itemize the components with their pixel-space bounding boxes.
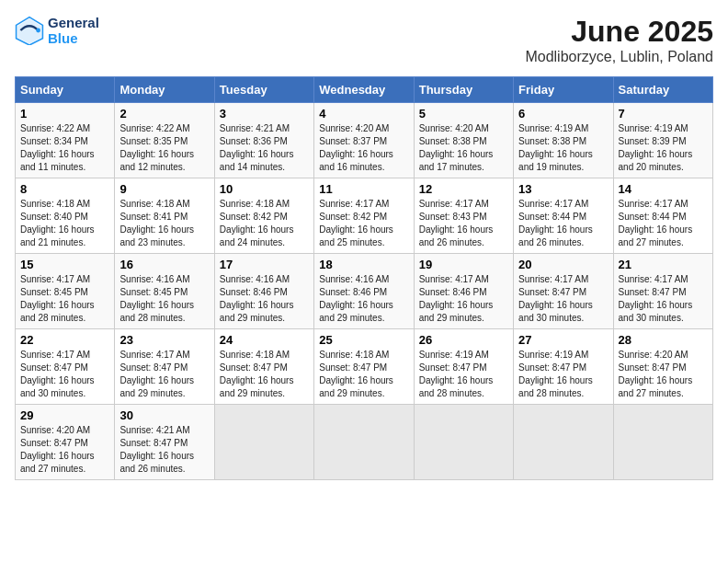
- day-info: Sunrise: 4:21 AM Sunset: 8:36 PM Dayligh…: [220, 122, 309, 174]
- calendar-cell: [613, 405, 712, 480]
- calendar-cell: 13Sunrise: 4:17 AM Sunset: 8:44 PM Dayli…: [514, 178, 613, 254]
- day-info: Sunrise: 4:22 AM Sunset: 8:35 PM Dayligh…: [119, 122, 209, 174]
- calendar-cell: [314, 405, 414, 480]
- day-number: 4: [319, 107, 408, 121]
- column-header-friday: Friday: [514, 77, 613, 103]
- calendar-cell: 23Sunrise: 4:17 AM Sunset: 8:47 PM Dayli…: [115, 329, 214, 405]
- day-number: 13: [518, 182, 608, 196]
- calendar-cell: 12Sunrise: 4:17 AM Sunset: 8:43 PM Dayli…: [414, 178, 513, 254]
- calendar-week-row: 22Sunrise: 4:17 AM Sunset: 8:47 PM Dayli…: [16, 329, 713, 405]
- calendar-table: SundayMondayTuesdayWednesdayThursdayFrid…: [15, 76, 713, 480]
- day-info: Sunrise: 4:17 AM Sunset: 8:47 PM Dayligh…: [518, 273, 608, 325]
- day-info: Sunrise: 4:19 AM Sunset: 8:39 PM Dayligh…: [619, 122, 708, 174]
- calendar-cell: 22Sunrise: 4:17 AM Sunset: 8:47 PM Dayli…: [16, 329, 115, 405]
- day-number: 16: [119, 258, 209, 271]
- calendar-cell: 14Sunrise: 4:17 AM Sunset: 8:44 PM Dayli…: [613, 178, 712, 254]
- day-number: 23: [119, 333, 209, 347]
- calendar-cell: 21Sunrise: 4:17 AM Sunset: 8:47 PM Dayli…: [613, 254, 712, 329]
- calendar-cell: [414, 405, 513, 480]
- day-number: 30: [119, 408, 209, 422]
- title-block: June 2025 Modliborzyce, Lublin, Poland: [525, 15, 713, 65]
- day-info: Sunrise: 4:21 AM Sunset: 8:47 PM Dayligh…: [119, 424, 209, 476]
- day-number: 1: [20, 107, 109, 121]
- calendar-cell: [514, 405, 613, 480]
- day-info: Sunrise: 4:17 AM Sunset: 8:44 PM Dayligh…: [518, 198, 608, 249]
- day-info: Sunrise: 4:19 AM Sunset: 8:38 PM Dayligh…: [518, 122, 608, 174]
- day-number: 20: [518, 258, 608, 271]
- calendar-cell: 8Sunrise: 4:18 AM Sunset: 8:40 PM Daylig…: [16, 178, 115, 254]
- calendar-cell: 17Sunrise: 4:16 AM Sunset: 8:46 PM Dayli…: [214, 254, 313, 329]
- day-info: Sunrise: 4:20 AM Sunset: 8:38 PM Dayligh…: [419, 122, 508, 174]
- page-subtitle: Modliborzyce, Lublin, Poland: [525, 49, 713, 65]
- calendar-cell: 15Sunrise: 4:17 AM Sunset: 8:45 PM Dayli…: [16, 254, 115, 329]
- day-info: Sunrise: 4:20 AM Sunset: 8:37 PM Dayligh…: [319, 122, 408, 174]
- day-number: 10: [220, 182, 309, 196]
- day-info: Sunrise: 4:17 AM Sunset: 8:45 PM Dayligh…: [20, 273, 109, 325]
- calendar-cell: 28Sunrise: 4:20 AM Sunset: 8:47 PM Dayli…: [613, 329, 712, 405]
- day-number: 29: [20, 408, 109, 422]
- day-number: 22: [20, 333, 109, 347]
- day-info: Sunrise: 4:18 AM Sunset: 8:40 PM Dayligh…: [20, 198, 109, 249]
- day-info: Sunrise: 4:17 AM Sunset: 8:42 PM Dayligh…: [319, 198, 408, 249]
- day-number: 6: [518, 107, 608, 121]
- calendar-cell: 3Sunrise: 4:21 AM Sunset: 8:36 PM Daylig…: [214, 103, 313, 178]
- calendar-cell: 16Sunrise: 4:16 AM Sunset: 8:45 PM Dayli…: [115, 254, 214, 329]
- column-header-sunday: Sunday: [16, 77, 115, 103]
- calendar-header-row: SundayMondayTuesdayWednesdayThursdayFrid…: [16, 77, 713, 103]
- calendar-cell: 19Sunrise: 4:17 AM Sunset: 8:46 PM Dayli…: [414, 254, 513, 329]
- day-info: Sunrise: 4:17 AM Sunset: 8:44 PM Dayligh…: [619, 198, 708, 249]
- page-title: June 2025: [525, 15, 713, 49]
- calendar-cell: 9Sunrise: 4:18 AM Sunset: 8:41 PM Daylig…: [115, 178, 214, 254]
- day-info: Sunrise: 4:19 AM Sunset: 8:47 PM Dayligh…: [419, 349, 508, 400]
- day-number: 9: [119, 182, 209, 196]
- day-number: 2: [119, 107, 209, 121]
- logo-icon: [15, 16, 44, 45]
- day-number: 14: [619, 182, 708, 196]
- calendar-cell: 6Sunrise: 4:19 AM Sunset: 8:38 PM Daylig…: [514, 103, 613, 178]
- calendar-cell: 2Sunrise: 4:22 AM Sunset: 8:35 PM Daylig…: [115, 103, 214, 178]
- day-info: Sunrise: 4:22 AM Sunset: 8:34 PM Dayligh…: [20, 122, 109, 174]
- day-info: Sunrise: 4:17 AM Sunset: 8:47 PM Dayligh…: [20, 349, 109, 400]
- day-number: 12: [419, 182, 508, 196]
- day-info: Sunrise: 4:20 AM Sunset: 8:47 PM Dayligh…: [619, 349, 708, 400]
- calendar-week-row: 29Sunrise: 4:20 AM Sunset: 8:47 PM Dayli…: [16, 405, 713, 480]
- day-info: Sunrise: 4:19 AM Sunset: 8:47 PM Dayligh…: [518, 349, 608, 400]
- day-info: Sunrise: 4:18 AM Sunset: 8:47 PM Dayligh…: [220, 349, 309, 400]
- day-info: Sunrise: 4:18 AM Sunset: 8:41 PM Dayligh…: [119, 198, 209, 249]
- calendar-cell: 18Sunrise: 4:16 AM Sunset: 8:46 PM Dayli…: [314, 254, 414, 329]
- day-info: Sunrise: 4:17 AM Sunset: 8:46 PM Dayligh…: [419, 273, 508, 325]
- day-number: 27: [518, 333, 608, 347]
- day-number: 3: [220, 107, 309, 121]
- calendar-cell: 24Sunrise: 4:18 AM Sunset: 8:47 PM Dayli…: [214, 329, 313, 405]
- day-number: 17: [220, 258, 309, 271]
- page-header: General Blue June 2025 Modliborzyce, Lub…: [15, 15, 713, 65]
- calendar-cell: 1Sunrise: 4:22 AM Sunset: 8:34 PM Daylig…: [16, 103, 115, 178]
- svg-point-2: [36, 29, 40, 33]
- day-number: 11: [319, 182, 408, 196]
- logo-line2: Blue: [48, 30, 99, 46]
- day-number: 21: [619, 258, 708, 271]
- day-info: Sunrise: 4:17 AM Sunset: 8:47 PM Dayligh…: [619, 273, 708, 325]
- day-number: 5: [419, 107, 508, 121]
- day-number: 7: [619, 107, 708, 121]
- day-info: Sunrise: 4:16 AM Sunset: 8:45 PM Dayligh…: [119, 273, 209, 325]
- calendar-cell: 7Sunrise: 4:19 AM Sunset: 8:39 PM Daylig…: [613, 103, 712, 178]
- calendar-cell: 10Sunrise: 4:18 AM Sunset: 8:42 PM Dayli…: [214, 178, 313, 254]
- calendar-week-row: 1Sunrise: 4:22 AM Sunset: 8:34 PM Daylig…: [16, 103, 713, 178]
- calendar-cell: 29Sunrise: 4:20 AM Sunset: 8:47 PM Dayli…: [16, 405, 115, 480]
- day-info: Sunrise: 4:20 AM Sunset: 8:47 PM Dayligh…: [20, 424, 109, 476]
- calendar-cell: [214, 405, 313, 480]
- logo-line1: General: [48, 15, 99, 30]
- day-number: 15: [20, 258, 109, 271]
- day-number: 25: [319, 333, 408, 347]
- column-header-tuesday: Tuesday: [214, 77, 313, 103]
- logo: General Blue: [15, 15, 99, 46]
- day-info: Sunrise: 4:16 AM Sunset: 8:46 PM Dayligh…: [220, 273, 309, 325]
- calendar-cell: 11Sunrise: 4:17 AM Sunset: 8:42 PM Dayli…: [314, 178, 414, 254]
- day-number: 26: [419, 333, 508, 347]
- calendar-cell: 26Sunrise: 4:19 AM Sunset: 8:47 PM Dayli…: [414, 329, 513, 405]
- day-info: Sunrise: 4:17 AM Sunset: 8:43 PM Dayligh…: [419, 198, 508, 249]
- calendar-cell: 30Sunrise: 4:21 AM Sunset: 8:47 PM Dayli…: [115, 405, 214, 480]
- calendar-cell: 27Sunrise: 4:19 AM Sunset: 8:47 PM Dayli…: [514, 329, 613, 405]
- calendar-week-row: 8Sunrise: 4:18 AM Sunset: 8:40 PM Daylig…: [16, 178, 713, 254]
